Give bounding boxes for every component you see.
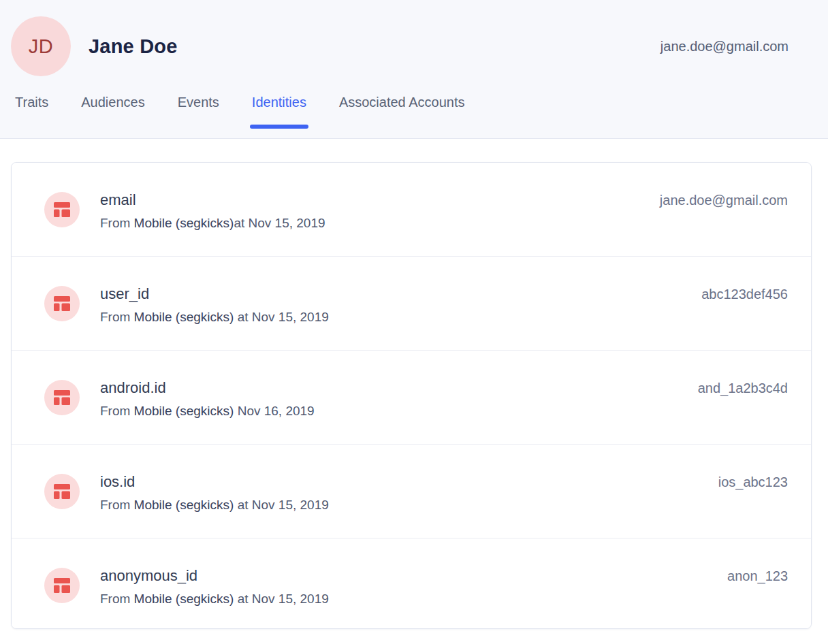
avatar: JD [11,16,71,76]
identity-date: Nov 16, 2019 [234,404,314,418]
identity-list: email From Mobile (segkicks)at Nov 15, 2… [11,162,812,629]
profile-header: JD Jane Doe jane.doe@gmail.com Traits Au… [0,0,828,139]
identity-value: abc123def456 [688,285,788,303]
source-name: Mobile (segkicks) [134,310,234,324]
identity-row-email: email From Mobile (segkicks)at Nov 15, 2… [12,163,811,257]
page-title: Jane Doe [89,35,178,58]
tab-bar: Traits Audiences Events Identities Assoc… [15,95,828,129]
identity-source-line: From Mobile (segkicks) at Nov 15, 2019 [100,591,329,607]
from-label: From [100,310,134,324]
identity-row-ios-id: ios.id From Mobile (segkicks) at Nov 15,… [12,445,811,538]
identities-panel: email From Mobile (segkicks)at Nov 15, 2… [0,139,828,644]
from-label: From [100,592,134,606]
identity-name: ios.id [100,473,329,491]
identity-row-user-id: user_id From Mobile (segkicks) at Nov 15… [12,257,811,351]
layout-icon [44,192,80,227]
identity-text: email From Mobile (segkicks)at Nov 15, 2… [100,191,325,231]
avatar-initials: JD [29,35,53,58]
identity-date: at Nov 15, 2019 [234,498,328,512]
identity-source-line: From Mobile (segkicks)at Nov 15, 2019 [100,215,325,231]
identity-date: at Nov 15, 2019 [234,592,328,606]
identity-value: and_1a2b3c4d [684,379,788,397]
from-label: From [100,404,134,418]
identity-source-line: From Mobile (segkicks) Nov 16, 2019 [100,403,315,419]
identity-name: anonymous_id [100,567,329,585]
identity-value: jane.doe@gmail.com [646,191,788,209]
identity-name: email [100,191,325,209]
identity-row-android-id: android.id From Mobile (segkicks) Nov 16… [12,351,811,445]
source-name: Mobile (segkicks) [134,216,234,230]
source-name: Mobile (segkicks) [134,592,234,606]
tab-identities[interactable]: Identities [252,95,306,129]
identity-source-line: From Mobile (segkicks) at Nov 15, 2019 [100,309,329,325]
identity-date: at Nov 15, 2019 [234,216,325,230]
source-name: Mobile (segkicks) [134,498,234,512]
layout-icon [44,286,80,321]
identity-text: android.id From Mobile (segkicks) Nov 16… [100,379,315,419]
tab-audiences[interactable]: Audiences [81,95,144,129]
tab-events[interactable]: Events [178,95,219,129]
identity-text: anonymous_id From Mobile (segkicks) at N… [100,567,329,607]
from-label: From [100,498,134,512]
identity-source-line: From Mobile (segkicks) at Nov 15, 2019 [100,497,329,513]
profile-header-top: JD Jane Doe jane.doe@gmail.com [0,0,828,76]
identity-row-anonymous-id: anonymous_id From Mobile (segkicks) at N… [12,538,811,628]
identity-text: ios.id From Mobile (segkicks) at Nov 15,… [100,473,329,513]
layout-icon [44,568,80,603]
identity-value: anon_123 [714,567,788,585]
source-name: Mobile (segkicks) [134,404,234,418]
tab-associated-accounts[interactable]: Associated Accounts [339,95,465,129]
layout-icon [44,380,80,415]
identity-date: at Nov 15, 2019 [234,310,328,324]
identity-value: ios_abc123 [705,473,788,491]
identity-name: user_id [100,285,329,303]
tab-traits[interactable]: Traits [15,95,48,129]
profile-email: jane.doe@gmail.com [660,39,789,54]
from-label: From [100,216,134,230]
identity-text: user_id From Mobile (segkicks) at Nov 15… [100,285,329,325]
identity-name: android.id [100,379,315,397]
layout-icon [44,474,80,509]
